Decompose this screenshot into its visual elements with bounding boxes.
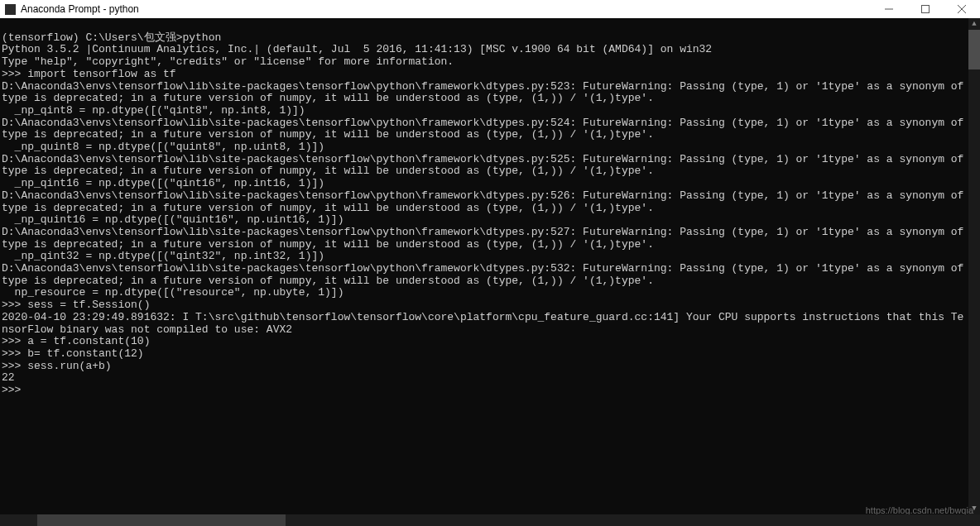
window-titlebar: Anaconda Prompt - python (0, 0, 980, 18)
taskbar-item[interactable] (37, 514, 286, 526)
vertical-scrollbar[interactable]: ▲ ▼ (968, 18, 980, 514)
window-controls (871, 0, 980, 18)
terminal-output[interactable]: (tensorflow) C:\Users\包文强>python Python … (0, 18, 968, 514)
close-button[interactable] (944, 0, 980, 18)
titlebar-left: Anaconda Prompt - python (0, 3, 139, 15)
taskbar[interactable] (0, 514, 980, 526)
svg-rect-1 (922, 6, 930, 13)
app-icon (5, 4, 16, 15)
scroll-thumb[interactable] (968, 30, 980, 69)
maximize-button[interactable] (907, 0, 944, 18)
terminal-area: (tensorflow) C:\Users\包文强>python Python … (0, 18, 980, 514)
minimize-button[interactable] (871, 0, 907, 18)
window-title: Anaconda Prompt - python (21, 3, 139, 15)
scroll-up-arrow-icon[interactable]: ▲ (968, 18, 980, 30)
